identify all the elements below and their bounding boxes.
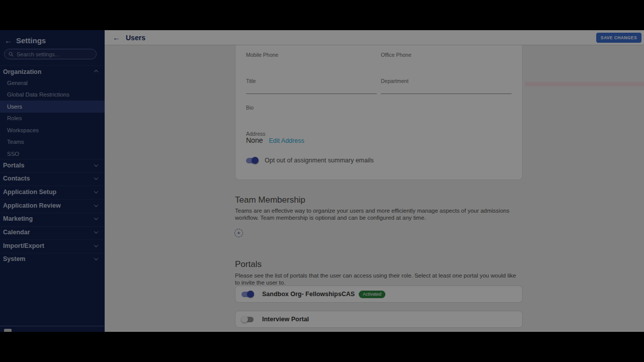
- office-phone-label: Office Phone: [381, 52, 412, 58]
- chevron-down-icon: [94, 162, 98, 166]
- settings-sidebar: ← Settings Organization General Global D…: [0, 30, 105, 332]
- sidebar-section-application-review[interactable]: Application Review: [0, 199, 105, 211]
- page-topbar: ← Users SAVE CHANGES: [105, 30, 644, 45]
- sidebar-item-general[interactable]: General: [0, 77, 105, 89]
- team-membership-description: Teams are an effective way to organize y…: [235, 208, 518, 221]
- sidebar-collapse-handle[interactable]: [4, 329, 12, 332]
- opt-out-label: Opt out of assignment summary emails: [265, 157, 374, 164]
- portal-label: Interview Portal: [262, 316, 309, 323]
- sidebar-header: ← Settings: [0, 34, 105, 46]
- settings-app: ← Settings Organization General Global D…: [0, 30, 644, 332]
- sidebar-item-global-data-restrictions[interactable]: Global Data Restrictions: [0, 89, 105, 101]
- sidebar-section-import-export[interactable]: Import/Export: [0, 239, 105, 251]
- sidebar-item-roles[interactable]: Roles: [0, 113, 105, 125]
- portal-row-sandbox-org: Sandbox Org- FellowshipsCAS Activated: [235, 286, 523, 303]
- faint-banner: [525, 82, 644, 86]
- toggle-knob: [241, 316, 248, 323]
- chevron-down-icon: [94, 203, 98, 207]
- sidebar-item-teams[interactable]: Teams: [0, 136, 105, 148]
- portals-description: Please see the list of portals that the …: [235, 273, 518, 286]
- sidebar-section-calendar[interactable]: Calendar: [0, 226, 105, 238]
- sidebar-title: Settings: [16, 36, 46, 45]
- activated-badge: Activated: [359, 291, 385, 298]
- sidebar-section-system[interactable]: System: [0, 253, 105, 265]
- portal-label: Sandbox Org- FellowshipsCAS: [262, 291, 355, 298]
- chevron-down-icon: [94, 256, 98, 260]
- portal-toggle-interview[interactable]: [242, 317, 254, 322]
- chevron-up-icon: [94, 69, 98, 73]
- department-input[interactable]: [381, 83, 512, 94]
- address-value: None: [246, 136, 263, 144]
- chevron-down-icon: [94, 243, 98, 247]
- sidebar-section-application-setup[interactable]: Application Setup: [0, 186, 105, 198]
- sidebar-section-portals[interactable]: Portals: [0, 159, 105, 171]
- chevron-down-icon: [94, 189, 98, 193]
- sidebar-divider: [0, 326, 105, 326]
- sidebar-item-users[interactable]: Users: [0, 101, 105, 113]
- back-arrow-icon[interactable]: ←: [113, 33, 120, 42]
- toggle-knob: [247, 291, 254, 298]
- mobile-phone-label: Mobile Phone: [246, 52, 278, 58]
- edit-address-link[interactable]: Edit Address: [269, 137, 304, 144]
- portals-heading: Portals: [235, 259, 262, 269]
- chevron-down-icon: [94, 216, 98, 220]
- search-input[interactable]: [17, 51, 92, 57]
- sidebar-section-contacts[interactable]: Contacts: [0, 172, 105, 185]
- portal-toggle-sandbox[interactable]: [242, 292, 254, 297]
- back-arrow-icon[interactable]: ←: [5, 36, 12, 45]
- settings-search[interactable]: [4, 49, 97, 59]
- title-input[interactable]: [246, 83, 377, 94]
- main-content: Mobile Phone Office Phone Title Departme…: [105, 45, 644, 332]
- portal-row-interview-portal: Interview Portal: [235, 311, 523, 328]
- search-icon: [9, 52, 14, 57]
- sidebar-section-marketing[interactable]: Marketing: [0, 213, 105, 225]
- sidebar-section-organization[interactable]: Organization: [0, 65, 105, 77]
- sidebar-item-sso[interactable]: SSO: [0, 148, 105, 160]
- save-changes-button[interactable]: SAVE CHANGES: [596, 33, 641, 43]
- sidebar-item-workspaces[interactable]: Workspaces: [0, 124, 105, 136]
- user-detail-card: Mobile Phone Office Phone Title Departme…: [235, 45, 523, 180]
- page-title: Users: [126, 34, 145, 42]
- chevron-down-icon: [94, 229, 98, 233]
- team-membership-heading: Team Membership: [235, 195, 305, 205]
- opt-out-toggle[interactable]: [246, 158, 258, 163]
- toggle-knob: [252, 157, 259, 164]
- bio-label: Bio: [246, 105, 254, 111]
- chevron-down-icon: [94, 176, 98, 180]
- add-team-button[interactable]: +: [234, 229, 243, 237]
